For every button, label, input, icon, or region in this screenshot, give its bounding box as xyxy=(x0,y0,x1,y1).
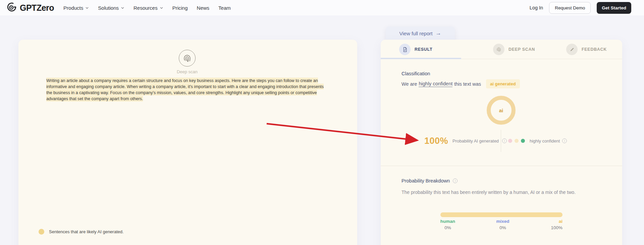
sentence-prefix: We are xyxy=(401,81,417,87)
stats-divider xyxy=(501,130,501,152)
nav-item-solutions[interactable]: Solutions xyxy=(98,5,124,11)
probability-value: 100% xyxy=(424,136,448,146)
nav-item-products[interactable]: Products xyxy=(63,5,89,11)
classification-sentence: We are highly confident this text was ai… xyxy=(401,79,520,88)
active-tab-underline xyxy=(381,58,461,59)
probability-breakdown-header: Probability Breakdown i xyxy=(401,178,458,183)
confidence-dot-medium-icon xyxy=(515,139,519,143)
breakdown-column-ai: ai 100% xyxy=(547,219,562,230)
breakdown-column-human: human 0% xyxy=(438,219,458,230)
info-icon[interactable]: i xyxy=(453,178,458,183)
top-navbar: GPTZero Products Solutions Resources xyxy=(0,0,644,15)
tab-feedback[interactable]: FEEDBACK xyxy=(566,44,607,55)
tab-deep-scan[interactable]: DEEP SCAN xyxy=(493,44,535,55)
detection-report-panel: RESULT DEEP SCAN xyxy=(381,40,622,245)
probability-stat: 100% Probability AI generated i xyxy=(424,135,507,147)
gptzero-logo[interactable]: GPTZero xyxy=(7,2,54,13)
chevron-down-icon xyxy=(85,5,89,11)
donut-center-label: ai xyxy=(499,108,503,113)
confidence-dot-high-icon xyxy=(521,139,525,143)
breakdown-label: ai xyxy=(547,219,562,224)
tab-result-label: RESULT xyxy=(415,47,432,52)
scanned-text: Writing an article about a company requi… xyxy=(46,77,327,102)
document-icon xyxy=(399,44,411,55)
breakdown-label: human xyxy=(438,219,458,224)
breakdown-value: 0% xyxy=(493,225,513,230)
tab-feedback-label: FEEDBACK xyxy=(582,47,607,52)
fingerprint-icon xyxy=(493,44,504,55)
tab-result[interactable]: RESULT xyxy=(399,44,432,55)
deep-scan-label: Deep scan xyxy=(160,69,214,74)
ai-highlighted-sentences: Writing an article about a company requi… xyxy=(46,78,324,102)
nav-item-label: Products xyxy=(63,5,83,11)
chevron-down-icon xyxy=(160,5,163,11)
scanned-document-panel: Deep scan Writing an article about a com… xyxy=(18,40,357,245)
probability-breakdown-title: Probability Breakdown xyxy=(401,178,450,183)
nav-item-pricing[interactable]: Pricing xyxy=(172,5,188,11)
breakdown-value: 0% xyxy=(438,225,458,230)
arrow-right-icon: → xyxy=(435,30,441,37)
section-divider xyxy=(381,166,622,166)
breakdown-value: 100% xyxy=(547,225,562,230)
login-link[interactable]: Log In xyxy=(530,5,543,10)
gptzero-logo-icon xyxy=(7,2,17,13)
breakdown-label: mixed xyxy=(493,219,513,224)
nav-item-resources[interactable]: Resources xyxy=(133,5,163,11)
confidence-term[interactable]: highly confident xyxy=(419,81,452,87)
pencil-icon xyxy=(566,44,578,55)
probability-breakdown-bar xyxy=(440,212,562,217)
sentence-suffix: this text was xyxy=(454,81,481,87)
legend-text: Sentences that are likely AI generated. xyxy=(49,229,124,234)
report-tabbar: RESULT DEEP SCAN xyxy=(381,40,622,59)
nav-item-team[interactable]: Team xyxy=(218,5,231,11)
confidence-dot-low-icon xyxy=(508,139,512,143)
gptzero-app: GPTZero Products Solutions Resources xyxy=(0,0,644,245)
brand-name: GPTZero xyxy=(20,3,54,13)
info-icon[interactable]: i xyxy=(502,138,507,143)
breakdown-column-mixed: mixed 0% xyxy=(493,219,513,230)
nav-item-label: Solutions xyxy=(98,5,119,11)
main-nav: Products Solutions Resources Pricing xyxy=(63,5,231,11)
tab-deep-scan-label: DEEP SCAN xyxy=(508,47,535,52)
highlight-legend: Sentences that are likely AI generated. xyxy=(39,229,124,235)
classification-title: Classification xyxy=(401,71,430,76)
get-started-button[interactable]: Get Started xyxy=(597,2,631,14)
ai-legend-dot-icon xyxy=(39,229,44,235)
deep-scan-fingerprint-icon xyxy=(179,50,196,67)
info-icon[interactable]: i xyxy=(562,138,567,143)
confidence-label: highly confident xyxy=(530,138,560,144)
nav-item-label: Resources xyxy=(133,5,158,11)
nav-item-label: Pricing xyxy=(172,5,188,11)
confidence-stat: highly confident i xyxy=(508,135,567,147)
nav-item-news[interactable]: News xyxy=(197,5,210,11)
nav-item-label: Team xyxy=(218,5,231,11)
view-full-report-label: View full report xyxy=(399,31,433,36)
ai-probability-donut: ai xyxy=(487,96,516,125)
request-demo-button[interactable]: Request Demo xyxy=(549,2,591,14)
chevron-down-icon xyxy=(121,5,124,11)
probability-breakdown-description: The probability this text has been entir… xyxy=(401,190,576,195)
navbar-actions: Log In Request Demo Get Started xyxy=(530,2,644,14)
ai-generated-badge: ai generated xyxy=(486,79,520,88)
nav-item-label: News xyxy=(197,5,210,11)
probability-label: Probability AI generated xyxy=(452,138,499,144)
